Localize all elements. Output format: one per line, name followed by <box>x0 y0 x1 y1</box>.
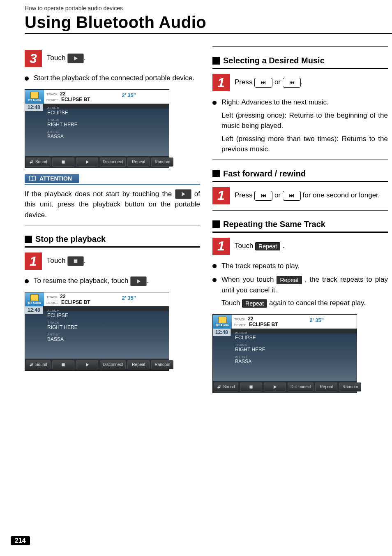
value-track-number: 22 <box>60 294 65 299</box>
play-icon <box>85 160 90 164</box>
ff-prefix: Press <box>235 191 254 199</box>
repeat-cancel-note: When you touch Repeat , the track repeat… <box>212 274 388 308</box>
clock-time: 12:48 <box>213 329 231 336</box>
random-button[interactable]: Random <box>151 360 173 369</box>
play-button[interactable] <box>76 158 98 167</box>
step-3-text-suffix: . <box>84 54 86 62</box>
sound-button[interactable]: Sound <box>214 382 238 392</box>
page-title: Using Bluetooth Audio <box>25 13 388 32</box>
play-icon <box>85 362 90 367</box>
attention-box: ATTENTION If the playback does not start… <box>25 174 200 220</box>
attention-heading: ATTENTION <box>25 174 79 183</box>
value-trackname: RIGHT HERE <box>47 324 78 330</box>
stop-button[interactable] <box>240 382 262 392</box>
repeat-step-prefix: Touch <box>235 242 255 250</box>
stop-icon <box>67 256 84 266</box>
elapsed-time: 2' 35" <box>309 317 324 323</box>
sound-button[interactable]: Sound <box>26 360 51 369</box>
value-trackname: RIGHT HERE <box>47 122 78 127</box>
resume-prefix: To resume the playback, touch <box>34 277 130 285</box>
play-icon <box>175 189 191 199</box>
left-column: 3 Touch . Start the playback of the conn… <box>25 46 200 399</box>
step-select-1: 1 Press or . <box>212 74 388 91</box>
play-start-note: Start the playback of the connected port… <box>25 73 200 83</box>
label-trackname: TRACK <box>47 118 78 122</box>
play-icon <box>67 53 84 63</box>
repeat-button[interactable]: Repeat <box>315 382 337 392</box>
stop-button[interactable] <box>52 360 74 369</box>
disconnect-button[interactable]: Disconnect <box>288 382 314 392</box>
label-trackname: TRACK <box>47 321 78 324</box>
bt-audio-screenshot: BT Audio TRACK 22 DEVICE ECLIPSE BT 2' 3… <box>25 89 169 168</box>
value-album: ECLIPSE <box>47 313 78 318</box>
clock-time: 12:48 <box>25 306 43 314</box>
title-rule <box>25 33 392 34</box>
heading-select-music: Selecting a Desired Music <box>212 56 388 65</box>
value-device-name: ECLIPSE BT <box>61 299 90 305</box>
repeat-touch-label: Repeat <box>242 299 267 308</box>
running-header: How to operate portable audio devices <box>25 5 388 12</box>
play-button[interactable] <box>76 360 98 369</box>
value-album: ECLIPSE <box>235 335 265 341</box>
random-button[interactable]: Random <box>339 382 361 392</box>
value-device-name: ECLIPSE BT <box>249 322 278 327</box>
step-3-text-prefix: Touch <box>47 54 67 62</box>
step-stop-1: 1 Touch . <box>25 253 200 270</box>
label-album: ALBUM <box>47 309 78 313</box>
random-button[interactable]: Random <box>151 158 173 167</box>
repeat-b-prefix: When you touch <box>221 276 277 283</box>
disconnect-button[interactable]: Disconnect <box>100 360 126 369</box>
stop-icon <box>249 385 254 389</box>
label-artist: ARTIST <box>235 355 265 359</box>
repeat-step-suffix: . <box>280 242 284 250</box>
music-note-icon <box>217 385 222 389</box>
page-number: 214 <box>11 536 30 545</box>
select-right-note: Right: Advances to the next music. Left … <box>212 97 388 155</box>
label-trackname: TRACK <box>235 343 265 347</box>
elapsed-time: 2' 35" <box>122 295 136 301</box>
bt-audio-source-icon: BT Audio <box>25 90 44 104</box>
ff-suffix: for one second or longer. <box>301 191 380 199</box>
repeat-button[interactable]: Repeat <box>127 360 150 369</box>
resume-note: To resume the playback, touch . <box>25 276 200 286</box>
step-ff-1: 1 Press or for one second or longer. <box>212 187 388 204</box>
value-device-name: ECLIPSE BT <box>61 97 90 102</box>
step-number-1: 1 <box>212 238 230 255</box>
play-icon <box>272 385 277 389</box>
repeat-button[interactable]: Repeat <box>127 158 150 167</box>
repeat-c-suffix: again to cancel the repeat play. <box>267 299 366 307</box>
heading-repeating-track: Repeating the Same Track <box>212 220 388 229</box>
step-repeat-1: 1 Touch Repeat . <box>212 238 388 255</box>
select-left-once-note: Left (pressing once): Returns to the beg… <box>221 110 388 131</box>
stop-button[interactable] <box>52 158 74 167</box>
repeat-plays-note: The track repeats to play. <box>212 261 388 271</box>
clock-time: 12:48 <box>25 104 43 111</box>
value-track-number: 22 <box>248 316 253 322</box>
label-album: ALBUM <box>47 106 78 110</box>
next-track-icon <box>254 78 272 88</box>
play-button[interactable] <box>264 382 286 392</box>
book-icon <box>29 176 36 181</box>
step-number-1: 1 <box>25 253 42 270</box>
next-track-icon <box>283 191 301 201</box>
value-track-number: 22 <box>60 91 65 97</box>
sound-button[interactable]: Sound <box>26 158 51 167</box>
bt-audio-screenshot: BT Audio TRACK 22 DEVICE ECLIPSE BT 2' 3… <box>25 292 169 371</box>
step-stop-prefix: Touch <box>47 257 67 265</box>
value-artist: BASSA <box>47 134 78 139</box>
label-track: TRACK <box>46 295 58 299</box>
disconnect-button[interactable]: Disconnect <box>100 158 126 167</box>
step-number-3: 3 <box>25 50 42 67</box>
music-note-icon <box>29 160 34 164</box>
value-trackname: RIGHT HERE <box>235 347 265 352</box>
repeat-touch-label: Repeat <box>255 242 280 250</box>
value-artist: BASSA <box>235 359 265 364</box>
repeat-touch-label: Repeat <box>277 276 302 284</box>
stop-icon <box>61 160 66 164</box>
stop-icon <box>61 362 66 367</box>
select-suffix: . <box>301 78 303 86</box>
heading-fast-forward-rewind: Fast forward / rewind <box>212 169 388 178</box>
elapsed-time: 2' 35" <box>122 92 136 98</box>
bt-audio-source-icon: BT Audio <box>25 292 44 306</box>
heading-stop-playback: Stop the playback <box>25 234 200 244</box>
